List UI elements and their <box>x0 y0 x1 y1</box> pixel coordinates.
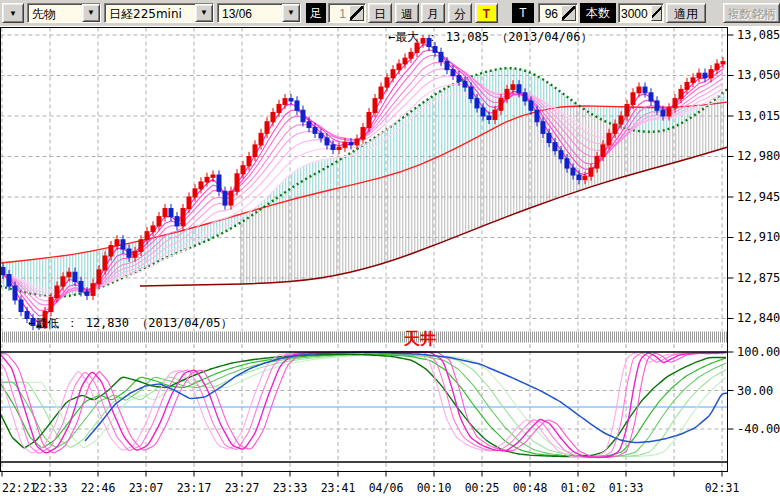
interval-stepper[interactable]: 1 <box>328 3 366 23</box>
candle-up <box>49 298 53 312</box>
panel-divider-band <box>1 332 728 343</box>
candle-up <box>613 124 617 133</box>
spinner-icon[interactable] <box>651 5 662 21</box>
candle-up <box>373 99 377 113</box>
candle-up <box>199 182 203 189</box>
candle-down <box>649 93 653 101</box>
candle-down <box>643 87 647 93</box>
candle-down <box>481 108 485 116</box>
candle-down <box>535 110 539 122</box>
candle-up <box>361 128 365 140</box>
chart-canvas[interactable]: 13,08513,05013,01512,98012,94512,91012,8… <box>0 26 780 500</box>
symbol-combobox[interactable]: 日経225mini ▼ <box>104 3 214 23</box>
price-axis-label: 12,840 <box>737 311 780 325</box>
candle-up <box>667 108 671 116</box>
candle-down <box>127 249 131 257</box>
candle-up <box>265 122 269 134</box>
category-combobox[interactable]: 先物 ▼ <box>27 3 101 23</box>
candle-up <box>625 104 629 116</box>
candle-up <box>631 93 635 105</box>
candle-down <box>85 292 89 295</box>
period-week-button[interactable]: 週 <box>395 3 419 23</box>
spinner-icon[interactable] <box>561 5 576 21</box>
contract-month-combobox[interactable]: 13/06 ▼ <box>217 3 301 23</box>
candle-up <box>697 73 701 78</box>
candle-up <box>595 156 599 168</box>
osc-axis-label: -40.00 <box>737 422 780 436</box>
time-axis-label: 04/06 <box>369 481 404 495</box>
candle-up <box>151 226 155 232</box>
candle-up <box>601 145 605 157</box>
price-axis-label: 12,910 <box>737 230 780 244</box>
period-month-button[interactable]: 月 <box>421 3 445 23</box>
multi-symbol-button[interactable]: 複数銘柄 <box>723 3 780 23</box>
time-axis-label: 22:33 <box>33 481 68 495</box>
candle-up <box>103 256 107 270</box>
candle-up <box>637 87 641 93</box>
period-minute-button[interactable]: 分 <box>448 3 472 23</box>
candle-up <box>235 174 239 191</box>
collapse-dropdown-button[interactable]: ▼ <box>2 3 24 23</box>
candle-up <box>343 143 347 148</box>
candle-down <box>307 122 311 128</box>
candle-up <box>715 64 719 70</box>
candle-down <box>517 85 521 93</box>
candle-up <box>583 176 587 179</box>
price-axis-label: 13,050 <box>737 68 780 82</box>
bar-count-stepper[interactable]: 3000 <box>618 3 664 23</box>
candle-down <box>457 75 461 81</box>
candle-down <box>295 101 299 110</box>
period-day-button[interactable]: 日 <box>368 3 392 23</box>
candle-up <box>145 232 149 240</box>
candle-down <box>655 101 659 110</box>
candle-down <box>1 268 5 275</box>
candle-up <box>253 145 257 157</box>
tick-count-value: 96 <box>539 4 560 22</box>
price-axis-label: 12,945 <box>737 190 780 204</box>
candle-up <box>283 99 287 105</box>
candle-up <box>691 78 695 83</box>
tick-mode-button[interactable]: T <box>475 3 498 23</box>
candle-down <box>661 110 665 116</box>
candle-down <box>439 52 443 61</box>
time-axis-label: 22:46 <box>81 481 116 495</box>
candle-down <box>79 281 83 291</box>
candle-up <box>115 240 119 246</box>
candle-up <box>379 87 383 99</box>
candle-up <box>133 251 137 257</box>
candle-down <box>301 110 305 122</box>
tick-count-stepper[interactable]: 96 <box>538 3 578 23</box>
bar-count-label: 本数 <box>580 3 616 23</box>
time-axis-label: 23:17 <box>177 481 212 495</box>
candle-down <box>475 99 479 108</box>
candle-down <box>469 87 473 99</box>
time-axis-label: 23:27 <box>225 481 260 495</box>
candle-up <box>271 113 275 122</box>
contract-dropdown-button[interactable]: ▼ <box>282 4 300 22</box>
symbol-dropdown-button[interactable]: ▼ <box>195 4 213 22</box>
candle-down <box>529 101 533 110</box>
category-dropdown-button[interactable]: ▼ <box>82 4 100 22</box>
candle-down <box>541 122 545 134</box>
candle-down <box>571 168 575 175</box>
price-axis-label: 13,015 <box>737 109 780 123</box>
chevron-down-icon: ▼ <box>87 9 95 17</box>
time-axis-label: 00:10 <box>417 481 452 495</box>
candle-up <box>187 197 191 209</box>
candle-up <box>337 147 341 149</box>
candle-up <box>673 99 677 108</box>
candle-up <box>415 43 419 52</box>
time-axis-label: 00:48 <box>513 481 548 495</box>
spinner-icon[interactable] <box>349 5 364 21</box>
candle-down <box>7 275 11 287</box>
candle-up <box>259 133 263 145</box>
candle-down <box>19 300 23 312</box>
candle-down <box>175 217 179 226</box>
tick-count-label: T <box>512 3 534 23</box>
candle-up <box>391 70 395 78</box>
candle-down <box>289 99 293 101</box>
time-axis-label: 01:33 <box>609 481 644 495</box>
candle-up <box>61 277 65 286</box>
apply-button[interactable]: 適用 <box>666 3 706 23</box>
chevron-down-icon: ▼ <box>9 9 17 18</box>
